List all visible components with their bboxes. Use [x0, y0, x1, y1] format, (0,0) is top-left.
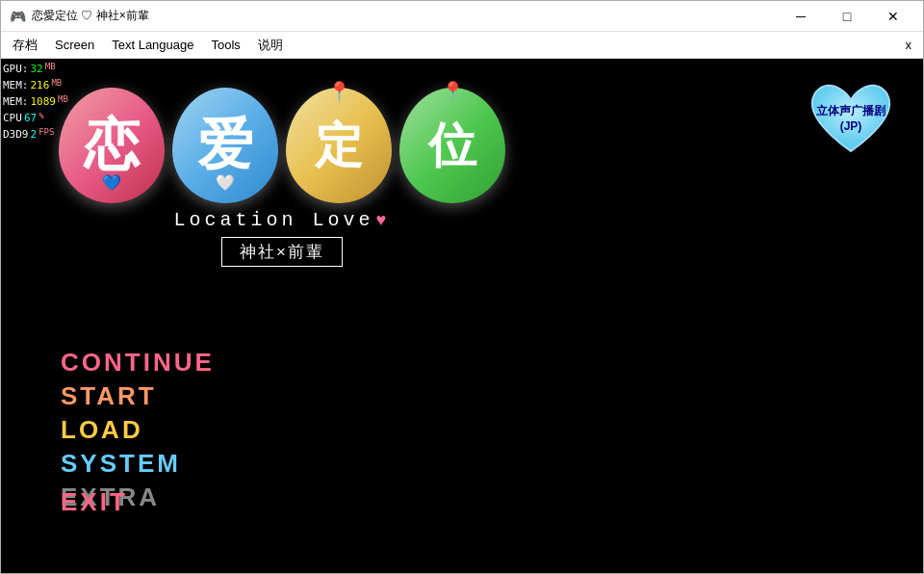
app-icon: 🎮 [9, 8, 26, 25]
menu-screen[interactable]: Screen [47, 35, 102, 55]
window-controls: ─ □ ✕ [779, 3, 915, 30]
mem1-value: 216 [31, 77, 50, 93]
menu-save[interactable]: 存档 [5, 34, 45, 57]
menu-x: x [898, 35, 920, 55]
mem2-unit: MB [58, 93, 68, 110]
bubble-i: 位 📍 [399, 88, 505, 203]
heart-badge[interactable]: 立体声广播剧 (JP) [808, 78, 894, 160]
gpu-value: 32 [31, 61, 43, 77]
d3d-label: D3D9 [3, 126, 29, 143]
mem1-unit: MB [51, 77, 62, 93]
d3d-unit: FPS [38, 126, 54, 143]
bubble-tei: 定 📍 [286, 88, 392, 203]
bubble-koi: 恋 💙 [59, 88, 165, 203]
gpu-unit: MB [45, 61, 56, 77]
menu-text-language[interactable]: Text Language [104, 35, 201, 55]
bubble-pin-icon: 📍 [327, 80, 351, 103]
bubble-heart-icon-2: 🤍 [216, 173, 235, 192]
bubble-char-3: 定 [315, 114, 363, 178]
menu-continue-button[interactable]: CONTINUE [61, 348, 215, 378]
app-window: 🎮 恋愛定位 ♡ 神社×前輩 ─ □ ✕ 存档 Screen Text Lang… [0, 0, 924, 574]
bubble-char-2: 爱 [197, 108, 253, 183]
d3d-value: 2 [31, 126, 38, 143]
menu-load-button[interactable]: LOAD [61, 415, 215, 445]
location-love-label: Location Love [174, 209, 374, 231]
bubble-heart-icon: 💙 [102, 173, 121, 192]
location-love-heart: ♥ [376, 211, 391, 230]
bubble-ai: 爱 🤍 [172, 88, 278, 203]
performance-overlay: GPU: 32 MB MEM: 216 MB MEM: 1089 MB CPU … [3, 61, 68, 143]
window-title: 恋愛定位 ♡ 神社×前輩 [32, 8, 779, 24]
menu-tools[interactable]: Tools [204, 35, 248, 55]
menu-explain[interactable]: 说明 [250, 34, 291, 57]
logo-container: 恋 💙 爱 🤍 定 📍 位 📍 Location Love ♥ [59, 88, 505, 267]
bubble-pin-icon-2: 📍 [441, 80, 465, 103]
location-love-text: Location Love ♥ [174, 209, 391, 231]
mem1-label: MEM: [3, 77, 29, 93]
menu-exit-button[interactable]: EXIT [61, 487, 128, 516]
heart-badge-line1: 立体声广播剧 [816, 103, 886, 117]
gpu-label: GPU: [3, 61, 29, 77]
game-exit-area: EXIT [61, 487, 128, 517]
cpu-unit: % [38, 110, 43, 126]
menu-system-button[interactable]: SYSTEM [61, 449, 215, 479]
maximize-button[interactable]: □ [825, 3, 869, 30]
cpu-label: CPU [3, 110, 22, 126]
menu-bar: 存档 Screen Text Language Tools 说明 x [1, 32, 923, 59]
subtitle-kanji-box: 神社×前輩 [221, 237, 343, 267]
bubble-char-1: 恋 [84, 108, 140, 183]
heart-badge-line2: (JP) [840, 119, 862, 133]
mem2-value: 1089 [31, 93, 57, 110]
cpu-value: 67 [24, 110, 37, 126]
menu-start-button[interactable]: START [61, 381, 215, 411]
game-area: GPU: 32 MB MEM: 216 MB MEM: 1089 MB CPU … [1, 59, 923, 573]
logo-bubbles: 恋 💙 爱 🤍 定 📍 位 📍 [59, 88, 505, 203]
minimize-button[interactable]: ─ [779, 3, 823, 30]
title-bar: 🎮 恋愛定位 ♡ 神社×前輩 ─ □ ✕ [1, 1, 923, 32]
heart-badge-label: 立体声广播剧 (JP) [816, 102, 886, 135]
heart-badge-shape: 立体声广播剧 (JP) [808, 78, 894, 160]
bubble-char-4: 位 [428, 114, 476, 178]
subtitle-kanji: 神社×前輩 [240, 243, 324, 261]
close-button[interactable]: ✕ [871, 3, 915, 30]
mem2-label: MEM: [3, 93, 29, 110]
